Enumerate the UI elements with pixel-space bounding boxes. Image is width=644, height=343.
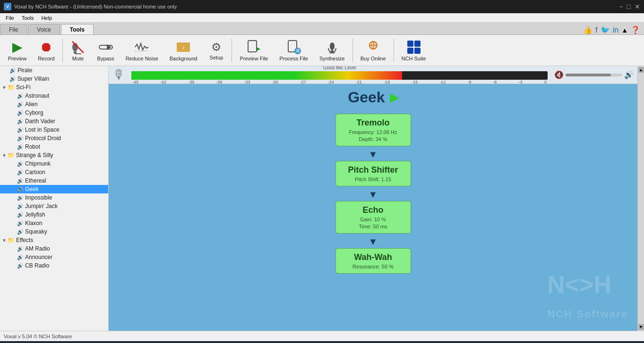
mute-icon: [70, 40, 86, 55]
sidebar-item-cb-radio[interactable]: 🔊 CB Radio: [0, 261, 108, 270]
voice-icon: 🔊: [17, 263, 24, 269]
record-button[interactable]: ⏺ Record: [33, 37, 60, 64]
menu-tools[interactable]: Tools: [18, 14, 38, 22]
voice-icon: 🔊: [17, 101, 24, 108]
thumbs-up-icon[interactable]: 👍: [583, 25, 592, 34]
preview-button[interactable]: ▶ Preview: [3, 37, 32, 64]
nch-suite-button[interactable]: NCH Suite: [396, 37, 431, 64]
effect-param-1: Depth: 34 %: [343, 136, 403, 142]
svg-rect-22: [414, 41, 421, 47]
sidebar-item-cartoon[interactable]: 🔊 Cartoon: [0, 168, 108, 176]
voice-icon: 🔊: [17, 178, 24, 184]
synthesize-button[interactable]: Synthesize: [314, 37, 350, 64]
sidebar-item-ethereal[interactable]: 🔊 Ethereal: [0, 176, 108, 185]
arrow-down-1: ▼: [369, 149, 378, 160]
reduce-noise-button[interactable]: Reduce Noise: [120, 37, 163, 64]
sidebar-item-am-radio[interactable]: 🔊 AM Radio: [0, 244, 108, 253]
sidebar-label: Effects: [16, 237, 33, 243]
effect-pitch-shifter[interactable]: Pitch Shifter Pitch Shift: 1.15: [335, 161, 411, 186]
sidebar-label: Ethereal: [25, 177, 46, 184]
close-button[interactable]: ✕: [635, 3, 640, 10]
effect-echo[interactable]: Echo Gain: 10 % Time: 50 ms: [335, 201, 411, 234]
setup-button[interactable]: ⚙ Setup: [203, 38, 229, 63]
maximize-button[interactable]: □: [627, 3, 631, 10]
sidebar-item-cyborg[interactable]: 🔊 Cyborg: [0, 109, 108, 117]
mute-button[interactable]: Mute: [65, 37, 91, 64]
sidebar-label: AM Radio: [25, 245, 50, 252]
expand-icon: ▼: [2, 85, 7, 90]
voice-icon: 🔊: [9, 67, 16, 74]
twitter-icon[interactable]: 🐦: [601, 25, 610, 34]
tab-voice[interactable]: Voice: [28, 24, 60, 34]
sidebar-item-effects[interactable]: ▼ 📁 Effects: [0, 236, 108, 244]
sidebar-item-klaxon[interactable]: 🔊 Klaxon: [0, 219, 108, 227]
process-file-button[interactable]: ⚙ Process File: [274, 37, 313, 64]
window-controls[interactable]: − □ ✕: [619, 3, 640, 10]
expand-icon: ▼: [2, 153, 7, 158]
minimize-button[interactable]: −: [619, 3, 623, 10]
sidebar-item-darth-vader[interactable]: 🔊 Darth Vader: [0, 117, 108, 125]
sidebar-item-alien[interactable]: 🔊 Alien: [0, 100, 108, 109]
title-bar: V Voxal by NCH Software - (Unlicensed) N…: [0, 0, 644, 13]
help-icon[interactable]: ❓: [631, 25, 640, 34]
menu-help[interactable]: Help: [37, 14, 56, 22]
sidebar-label: Cartoon: [25, 169, 45, 176]
mic-level-label: Good Mic Level: [131, 66, 548, 70]
voice-play-button[interactable]: ▶: [390, 91, 398, 104]
folder-icon: 📁: [8, 84, 15, 91]
facebook-icon[interactable]: f: [595, 26, 597, 34]
right-scrollbar[interactable]: ▲ ▼: [637, 66, 644, 331]
expand-icon[interactable]: ▲: [621, 26, 628, 34]
background-icon: ♪: [176, 40, 191, 55]
menu-file[interactable]: File: [2, 14, 18, 22]
sidebar-item-squeaky[interactable]: 🔊 Squeaky: [0, 227, 108, 236]
voice-icon: 🔊: [17, 161, 24, 167]
sidebar-item-geek[interactable]: 🔊 Geek: [0, 185, 108, 193]
effect-title: Pitch Shifter: [343, 165, 403, 175]
bypass-label: Bypass: [97, 56, 114, 61]
sidebar-item-lost-in-space[interactable]: 🔊 Lost in Space: [0, 125, 108, 134]
tab-file[interactable]: File: [0, 24, 27, 34]
sidebar-item-super-villain[interactable]: 🔊 Super Villain: [0, 75, 108, 83]
sidebar: 🔊 Pirate 🔊 Super Villain ▼ 📁 Sci-Fi 🔊 As…: [0, 66, 109, 331]
voice-icon: 🔊: [17, 186, 24, 192]
sidebar-label: Darth Vader: [25, 118, 55, 125]
sidebar-item-protocol-droid[interactable]: 🔊 Protocol Droid: [0, 134, 108, 142]
nch-watermark: N<>HNCH Software: [547, 272, 628, 321]
sidebar-item-jellyfish[interactable]: 🔊 Jellyfish: [0, 210, 108, 219]
linkedin-icon[interactable]: in: [613, 26, 618, 34]
level-ruler: Good Mic Level -45 -42 -39 -36 -33 -30 -…: [131, 66, 548, 84]
level-bar-fill: [131, 71, 402, 80]
process-file-label: Process File: [279, 56, 308, 61]
buy-online-button[interactable]: Buy Online: [355, 37, 391, 64]
effect-wah-wah[interactable]: Wah-Wah Resonance: 50 %: [335, 248, 411, 274]
voice-icon: 🔊: [17, 127, 24, 133]
sidebar-item-sci-fi[interactable]: ▼ 📁 Sci-Fi: [0, 83, 108, 92]
background-button[interactable]: ♪ Background: [164, 37, 203, 64]
svg-rect-16: [329, 52, 335, 53]
sidebar-item-robot[interactable]: 🔊 Robot: [0, 142, 108, 151]
sidebar-label: Lost in Space: [25, 126, 60, 133]
sidebar-item-chipmunk[interactable]: 🔊 Chipmunk: [0, 159, 108, 168]
voice-icon: 🔊: [17, 169, 24, 176]
scroll-down-button[interactable]: ▼: [638, 324, 644, 330]
folder-icon: 📁: [8, 152, 15, 159]
sep-4: [394, 39, 394, 62]
volume-slider[interactable]: [566, 74, 622, 76]
preview-file-button[interactable]: Preview File: [234, 37, 273, 64]
sidebar-item-astronaut[interactable]: 🔊 Astronaut: [0, 92, 108, 100]
tab-tools[interactable]: Tools: [61, 24, 94, 34]
sidebar-label: Impossible: [25, 194, 52, 201]
sidebar-item-jumpin-jack[interactable]: 🔊 Jumpin' Jack: [0, 202, 108, 210]
effect-tremolo[interactable]: Tremolo Frequency: 12.06 Hz Depth: 34 %: [335, 114, 411, 146]
sidebar-item-strange-silly[interactable]: ▼ 📁 Strange & Silly: [0, 151, 108, 159]
voice-icon: 🔊: [17, 118, 24, 125]
main-area: 🔊 Pirate 🔊 Super Villain ▼ 📁 Sci-Fi 🔊 As…: [0, 66, 644, 331]
sidebar-item-pirate[interactable]: 🔊 Pirate: [0, 66, 108, 75]
sidebar-label: Jumpin' Jack: [25, 203, 58, 209]
sidebar-item-impossible[interactable]: 🔊 Impossible: [0, 193, 108, 202]
scroll-up-button[interactable]: ▲: [638, 67, 644, 73]
sidebar-item-announcer[interactable]: 🔊 Announcer: [0, 253, 108, 261]
bypass-button[interactable]: Bypass: [92, 37, 120, 64]
sidebar-label: Pirate: [17, 67, 32, 74]
